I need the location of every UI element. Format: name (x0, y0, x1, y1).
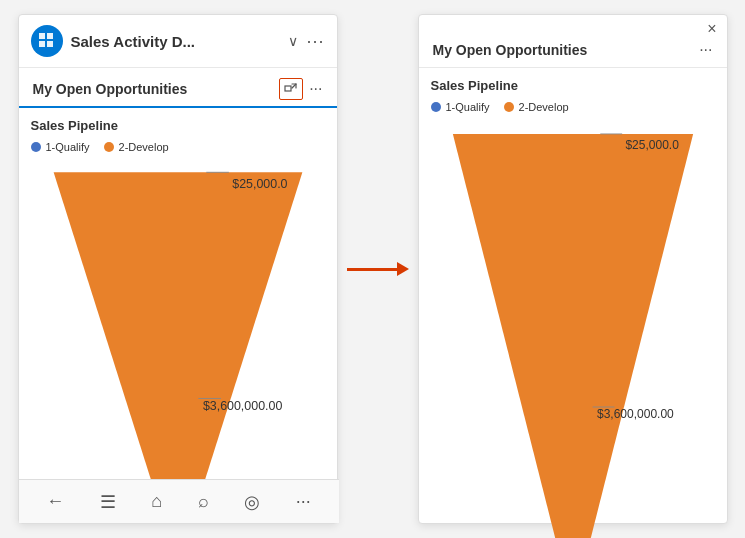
funnel-chart-left: $25,000.0 $3,600,000.00 (31, 161, 325, 523)
right-panel: × My Open Opportunities ··· Sales Pipeli… (418, 14, 728, 524)
section-header: My Open Opportunities ··· (19, 68, 337, 108)
right-legend-develop: 2-Develop (504, 101, 569, 113)
right-top-bar: × (419, 15, 727, 37)
funnel-container-left: $25,000.0 $3,600,000.00 (31, 161, 325, 523)
chart-area: Sales Pipeline 1-Qualify 2-Develop (19, 108, 337, 523)
close-button[interactable]: × (707, 21, 716, 37)
arrow-line (347, 268, 397, 271)
funnel-chart-right: $25,000.0 $3,600,000.00 (431, 121, 715, 538)
right-dots-button[interactable]: ··· (699, 41, 712, 59)
legend-item-develop: 2-Develop (104, 141, 169, 153)
left-content: My Open Opportunities ··· Sales Pipeline (19, 68, 337, 523)
right-legend-dot-qualify (431, 102, 441, 112)
right-section-header: My Open Opportunities ··· (419, 37, 727, 68)
right-legend-qualify: 1-Qualify (431, 101, 490, 113)
menu-button[interactable]: ☰ (100, 491, 116, 513)
right-section-title: My Open Opportunities (433, 42, 588, 58)
legend-item-qualify: 1-Qualify (31, 141, 90, 153)
app-icon (31, 25, 63, 57)
section-dots-button[interactable]: ··· (309, 80, 322, 98)
home-button[interactable]: ⌂ (151, 491, 162, 512)
section-title: My Open Opportunities (33, 81, 188, 97)
search-button[interactable]: ⌕ (198, 491, 209, 512)
direction-arrow (347, 262, 409, 276)
chevron-icon[interactable]: ∨ (288, 33, 298, 49)
legend-label-qualify: 1-Qualify (46, 141, 90, 153)
svg-text:$25,000.0: $25,000.0 (625, 138, 679, 152)
chart-title: Sales Pipeline (31, 118, 325, 133)
svg-text:$3,600,000.00: $3,600,000.00 (202, 399, 282, 413)
right-content: Sales Pipeline 1-Qualify 2-Develop $25,0… (419, 68, 727, 538)
right-legend-label-develop: 2-Develop (519, 101, 569, 113)
chart-legend: 1-Qualify 2-Develop (31, 141, 325, 153)
left-panel-header: Sales Activity D... ∨ ··· (19, 15, 337, 68)
svg-rect-1 (47, 33, 53, 39)
legend-dot-develop (104, 142, 114, 152)
right-chart-title: Sales Pipeline (431, 78, 715, 93)
svg-rect-3 (47, 41, 53, 47)
more-button[interactable]: ··· (296, 491, 311, 512)
legend-label-develop: 2-Develop (119, 141, 169, 153)
arrow-head (397, 262, 409, 276)
right-legend-label-qualify: 1-Qualify (446, 101, 490, 113)
app-title: Sales Activity D... (71, 33, 279, 50)
activity-button[interactable]: ◎ (244, 491, 260, 513)
left-panel: Sales Activity D... ∨ ··· My Open Opport… (18, 14, 338, 524)
header-menu-dots[interactable]: ··· (306, 31, 324, 52)
svg-text:$25,000.0: $25,000.0 (232, 177, 287, 191)
right-legend-dot-develop (504, 102, 514, 112)
right-funnel-container: $25,000.0 $3,600,000.00 (431, 121, 715, 538)
main-container: Sales Activity D... ∨ ··· My Open Opport… (0, 0, 745, 538)
svg-marker-5 (53, 172, 302, 511)
svg-rect-4 (285, 86, 291, 91)
section-actions: ··· (279, 78, 322, 100)
svg-rect-0 (39, 33, 45, 39)
expand-button[interactable] (279, 78, 303, 100)
legend-dot-qualify (31, 142, 41, 152)
arrow-container (338, 262, 418, 276)
right-chart-legend: 1-Qualify 2-Develop (431, 101, 715, 113)
svg-rect-2 (39, 41, 45, 47)
svg-marker-10 (452, 134, 692, 538)
svg-text:$3,600,000.00: $3,600,000.00 (597, 407, 674, 421)
back-button[interactable]: ← (46, 491, 64, 512)
bottom-navigation: ← ☰ ⌂ ⌕ ◎ ··· (19, 479, 339, 523)
